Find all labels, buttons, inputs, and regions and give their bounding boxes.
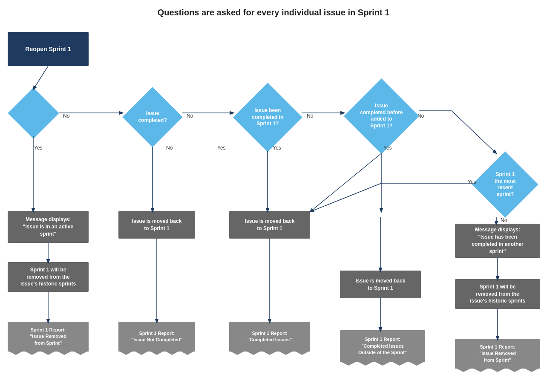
label-yes-3: Yes (217, 145, 226, 151)
label-no-1: No (63, 113, 69, 119)
report-box-3: Sprint 1 Report:"Completed Issues" (229, 322, 310, 352)
historic-box-2: Sprint 1 will beremoved from theissue's … (455, 279, 540, 309)
label-yes-2: No (166, 145, 173, 151)
label-no-2: No (187, 113, 193, 119)
report-box-2: Sprint 1 Report:"Issue Not Completed" (118, 322, 195, 352)
diamond-1 (8, 87, 59, 138)
diamond-3: Issue beencompleted inSprint 1? (233, 83, 302, 151)
label-yes-5: Yes (383, 145, 392, 151)
action-box-4: Issue is moved backto Sprint 1 (340, 271, 421, 298)
svg-line-11 (310, 183, 381, 212)
label-yes-1: Yes (34, 145, 43, 151)
page: Questions are asked for every individual… (0, 0, 547, 392)
page-title: Questions are asked for every individual… (0, 0, 547, 22)
svg-line-9 (452, 111, 496, 153)
label-yes-6: Yes (468, 179, 476, 185)
svg-line-13 (310, 153, 381, 212)
report-box-1: Sprint 1 Report:"Issue Removedfrom Sprin… (8, 322, 89, 352)
label-no-5: No (501, 217, 507, 223)
diamond-4: Issuecompleted beforeadded toSprint 1? (344, 79, 419, 153)
label-yes-4: Yes (273, 145, 281, 151)
action-box-5: Message displays:"Issue has beencomplete… (455, 224, 540, 258)
report-box-5: Sprint 1 Report:"Issue Removedfrom Sprin… (455, 339, 540, 369)
action-box-3: Issue is moved backto Sprint 1 (229, 211, 310, 239)
report-box-4: Sprint 1 Report:"Completed IssuesOutside… (340, 330, 425, 362)
action-box-2: Issue is moved backto Sprint 1 (118, 211, 195, 239)
historic-box-1: Sprint 1 will beremoved from theissue's … (8, 262, 89, 292)
diamond-5: Sprint 1the mostrecentsprint? (472, 151, 538, 217)
diamond-2: Issuecompleted? (123, 87, 182, 147)
svg-line-0 (33, 66, 48, 89)
start-box: Reopen Sprint 1 (8, 32, 89, 66)
label-no-3: No (307, 113, 313, 119)
flowchart-container: Reopen Sprint 1 Issuecompleted? Issue be… (0, 23, 547, 392)
action-box-1: Message displays:"Issue is in an actives… (8, 211, 89, 243)
label-no-4: No (417, 113, 424, 119)
